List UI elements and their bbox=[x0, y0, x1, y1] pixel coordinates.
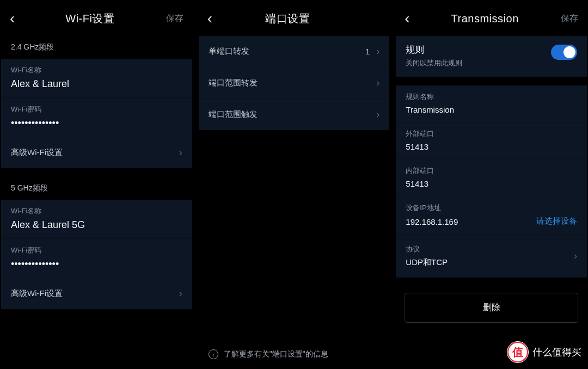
nav-label: 端口范围转发 bbox=[209, 78, 258, 88]
port-range-trigger[interactable]: 端口范围触发 › bbox=[199, 99, 390, 130]
chevron-right-icon: › bbox=[376, 46, 379, 57]
field-value: 51413 bbox=[406, 142, 577, 151]
port-range-forward[interactable]: 端口范围转发 › bbox=[199, 67, 390, 99]
wifi-name-field-5g[interactable]: Wi-Fi名称 Alex & Laurel 5G bbox=[1, 200, 192, 239]
field-value: 192.168.1.169 bbox=[406, 217, 458, 226]
section-header-5ghz: 5 GHz频段 bbox=[1, 177, 192, 200]
rule-title: 规则 bbox=[406, 44, 462, 56]
chevron-right-icon: › bbox=[179, 288, 182, 299]
field-value: •••••••••••••• bbox=[11, 259, 182, 270]
back-icon[interactable]: ‹ bbox=[10, 11, 23, 26]
field-label: 规则名称 bbox=[406, 92, 577, 102]
field-value: •••••••••••••• bbox=[11, 118, 182, 129]
field-label: Wi-Fi密码 bbox=[11, 245, 182, 255]
field-label: Wi-Fi名称 bbox=[11, 206, 182, 216]
save-button[interactable]: 保存 bbox=[552, 13, 578, 24]
field-label: Wi-Fi名称 bbox=[11, 65, 182, 75]
wifi-password-field[interactable]: Wi-Fi密码 •••••••••••••• bbox=[1, 98, 192, 137]
rule-fields: 规则名称 Transmission 外部端口 51413 内部端口 51413 … bbox=[396, 85, 587, 278]
section-header-24ghz: 2.4 GHz频段 bbox=[1, 36, 192, 59]
port-list: 单端口转发 1 › 端口范围转发 › 端口范围触发 › bbox=[199, 36, 390, 130]
nav-label: 单端口转发 bbox=[209, 46, 249, 57]
topbar: ‹ 端口设置 bbox=[199, 1, 390, 36]
info-icon: i bbox=[209, 349, 218, 359]
select-device-link[interactable]: 请选择设备 bbox=[536, 216, 577, 226]
topbar: ‹ Wi-Fi设置 保存 bbox=[1, 1, 192, 36]
field-value: Alex & Laurel 5G bbox=[11, 219, 182, 231]
delete-button[interactable]: 删除 bbox=[405, 293, 578, 323]
advanced-wifi-link[interactable]: 高级Wi-Fi设置 › bbox=[1, 137, 192, 168]
field-value: UDP和TCP bbox=[406, 257, 448, 268]
footer-info-text: 了解更多有关"端口设置"的信息 bbox=[224, 349, 328, 359]
chevron-right-icon: › bbox=[376, 77, 379, 89]
panel-wifi-settings: ‹ Wi-Fi设置 保存 2.4 GHz频段 Wi-Fi名称 Alex & La… bbox=[1, 1, 192, 368]
field-label: Wi-Fi密码 bbox=[11, 104, 182, 114]
field-label: 协议 bbox=[406, 244, 448, 254]
watermark: 值 什么值得买 bbox=[507, 342, 581, 362]
field-label: 外部端口 bbox=[406, 129, 577, 139]
chevron-right-icon: › bbox=[376, 109, 379, 120]
watermark-badge-icon: 值 bbox=[507, 342, 528, 362]
back-icon[interactable]: ‹ bbox=[405, 11, 418, 26]
back-icon[interactable]: ‹ bbox=[207, 11, 220, 26]
field-value: 51413 bbox=[406, 179, 577, 188]
field-label: 设备IP地址 bbox=[406, 203, 577, 213]
watermark-text: 什么值得买 bbox=[532, 346, 581, 359]
internal-port-field[interactable]: 内部端口 51413 bbox=[396, 159, 587, 196]
footer-info-link[interactable]: i 了解更多有关"端口设置"的信息 bbox=[199, 349, 390, 359]
nav-count: 1 bbox=[365, 47, 370, 56]
page-title: Transmission bbox=[418, 13, 552, 25]
page-title: Wi-Fi设置 bbox=[23, 11, 157, 26]
page-title: 端口设置 bbox=[220, 11, 355, 26]
field-value: Transmission bbox=[406, 105, 577, 114]
wifi-password-field-5g[interactable]: Wi-Fi密码 •••••••••••••• bbox=[1, 239, 192, 278]
single-port-forward[interactable]: 单端口转发 1 › bbox=[199, 36, 390, 67]
device-ip-field[interactable]: 设备IP地址 192.168.1.169 请选择设备 bbox=[396, 196, 587, 235]
save-button[interactable]: 保存 bbox=[157, 13, 183, 24]
field-label: 内部端口 bbox=[406, 166, 577, 176]
chevron-right-icon: › bbox=[179, 147, 182, 158]
group-24ghz: Wi-Fi名称 Alex & Laurel Wi-Fi密码 ••••••••••… bbox=[1, 59, 192, 168]
rule-toggle-row: 规则 关闭以禁用此规则 bbox=[396, 36, 587, 77]
rule-toggle[interactable] bbox=[551, 45, 577, 60]
rule-name-field[interactable]: 规则名称 Transmission bbox=[396, 85, 587, 122]
panel-transmission-rule: ‹ Transmission 保存 规则 关闭以禁用此规则 规则名称 Trans… bbox=[396, 1, 587, 368]
group-5ghz: Wi-Fi名称 Alex & Laurel 5G Wi-Fi密码 •••••••… bbox=[1, 200, 192, 309]
wifi-name-field[interactable]: Wi-Fi名称 Alex & Laurel bbox=[1, 59, 192, 98]
nav-label: 端口范围触发 bbox=[209, 109, 258, 120]
protocol-field[interactable]: 协议 UDP和TCP › bbox=[396, 235, 587, 278]
chevron-right-icon: › bbox=[574, 250, 577, 262]
panel-port-settings: ‹ 端口设置 单端口转发 1 › 端口范围转发 › 端口范围触发 › i 了解更… bbox=[199, 1, 390, 368]
topbar: ‹ Transmission 保存 bbox=[396, 1, 587, 36]
field-value: Alex & Laurel bbox=[11, 78, 182, 90]
nav-label: 高级Wi-Fi设置 bbox=[11, 288, 63, 299]
nav-label: 高级Wi-Fi设置 bbox=[11, 147, 63, 158]
advanced-wifi-link-5g[interactable]: 高级Wi-Fi设置 › bbox=[1, 278, 192, 309]
rule-subtitle: 关闭以禁用此规则 bbox=[406, 58, 462, 68]
external-port-field[interactable]: 外部端口 51413 bbox=[396, 122, 587, 159]
